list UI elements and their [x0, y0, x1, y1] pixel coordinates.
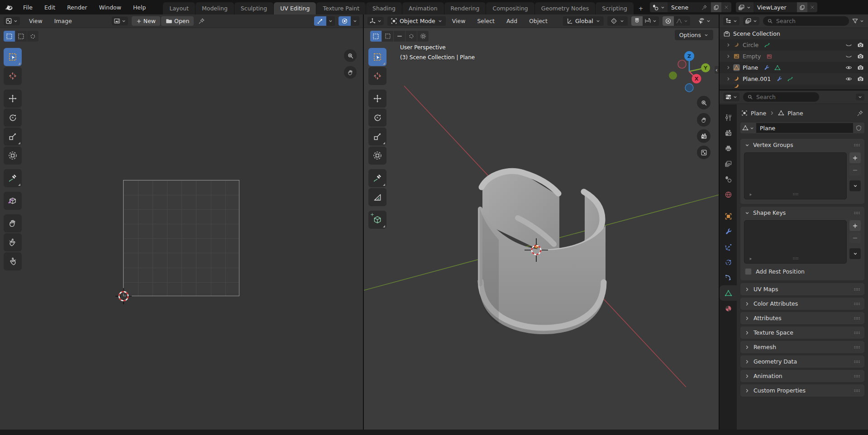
snap-with-dropdown[interactable]	[643, 16, 659, 26]
vertex-groups-panel-header[interactable]: Vertex Groups	[740, 139, 864, 151]
image-browse-button[interactable]	[112, 17, 128, 25]
pin-icon[interactable]	[857, 110, 863, 117]
grip-dots-icon[interactable]	[854, 344, 860, 350]
open-image-button[interactable]: Open	[161, 16, 194, 26]
menu-help[interactable]: Help	[128, 2, 152, 13]
uv-tool-select-box[interactable]	[4, 48, 22, 66]
grip-dots-icon[interactable]	[854, 358, 860, 365]
fake-user-shield-button[interactable]	[853, 123, 864, 133]
tab-animation[interactable]: Animation	[402, 2, 444, 14]
tab-compositing[interactable]: Compositing	[486, 2, 534, 14]
tab-sculpting[interactable]: Sculpting	[234, 2, 273, 14]
tab-render[interactable]	[720, 125, 737, 141]
outliner-row-plane[interactable]: Plane	[720, 62, 868, 73]
properties-search[interactable]	[743, 92, 819, 102]
uv-tool-rip-region[interactable]	[4, 192, 22, 210]
object-type-visibility-dropdown[interactable]	[697, 17, 711, 25]
select-mode-set[interactable]	[370, 31, 382, 42]
tab-layout[interactable]: Layout	[163, 2, 195, 14]
tab-scripting[interactable]: Scripting	[596, 2, 634, 14]
tool-annotate[interactable]	[368, 169, 386, 187]
tab-texture-paint[interactable]: Texture Paint	[316, 2, 366, 14]
hide-toggle-eye-icon[interactable]	[844, 76, 854, 82]
uv-tool-move[interactable]	[4, 90, 22, 108]
uv-menu-view[interactable]: View	[24, 16, 48, 26]
select-mode-intersect[interactable]	[417, 31, 429, 42]
hide-toggle-closed-eye-icon[interactable]	[844, 42, 854, 48]
gizmo-dropdown[interactable]	[326, 16, 335, 26]
select-mode-invert[interactable]	[405, 31, 417, 42]
list-resize-grip-icon[interactable]	[792, 191, 799, 197]
sidebar-collapse-arrow[interactable]: ‹	[715, 66, 719, 74]
panel-attributes[interactable]: Attributes	[740, 312, 864, 324]
tool-transform[interactable]	[368, 147, 386, 165]
options-dropdown[interactable]: Options	[675, 30, 713, 40]
list-filter-triangle-icon[interactable]	[748, 256, 753, 261]
gizmo-axis-neg-x[interactable]	[678, 60, 686, 68]
tab-view-layer[interactable]	[720, 156, 737, 171]
properties-editor-type-button[interactable]	[723, 93, 739, 101]
mesh-browse-button[interactable]	[740, 123, 756, 133]
grip-dots-icon[interactable]	[854, 373, 860, 379]
list-filter-triangle-icon[interactable]	[748, 192, 753, 197]
gizmo-axis-neg-z[interactable]	[685, 84, 693, 92]
render-visibility-camera-icon[interactable]	[855, 76, 865, 82]
tab-output[interactable]	[720, 141, 737, 156]
add-workspace-button[interactable]: +	[634, 2, 648, 14]
overlays-sphere-icon[interactable]	[339, 16, 351, 26]
gizmo-arrow-icon[interactable]	[314, 16, 326, 26]
viewport-pan-hand-button[interactable]	[697, 113, 711, 127]
outliner-search-input[interactable]	[775, 17, 845, 25]
select-mode-subtract[interactable]	[394, 31, 405, 42]
uv-select-mode-subtract[interactable]	[27, 31, 38, 42]
menu-edit[interactable]: Edit	[39, 2, 61, 13]
viewport-menu-object[interactable]: Object	[524, 16, 553, 26]
expand-chevron-icon[interactable]	[725, 76, 731, 81]
grip-dots-icon[interactable]	[854, 286, 860, 293]
uv-pan-hand-button[interactable]	[344, 66, 357, 79]
new-view-layer-button[interactable]	[797, 2, 807, 12]
hide-toggle-eye-icon[interactable]	[844, 64, 854, 71]
tab-object[interactable]	[720, 208, 737, 224]
proportional-editing-toggle[interactable]	[663, 16, 674, 26]
scene-name-field[interactable]: Scene	[668, 2, 711, 12]
tool-scale[interactable]	[368, 128, 386, 146]
add-rest-position-checkbox[interactable]	[745, 268, 752, 275]
snap-toggle-magnet[interactable]	[631, 16, 643, 26]
viewport-menu-view[interactable]: View	[447, 16, 471, 26]
grip-dots-icon[interactable]	[854, 142, 860, 148]
panel-geometry-data[interactable]: Geometry Data	[740, 355, 864, 368]
vertex-group-specials-button[interactable]	[849, 180, 861, 191]
camera-view-button[interactable]	[697, 129, 711, 143]
uv-canvas[interactable]	[0, 28, 363, 430]
new-scene-button[interactable]	[711, 2, 721, 12]
expand-chevron-icon[interactable]	[725, 54, 731, 59]
tab-material[interactable]	[720, 301, 737, 316]
select-mode-extend[interactable]	[382, 31, 393, 42]
grip-dots-icon[interactable]	[854, 329, 860, 336]
uv-editor-type-button[interactable]	[4, 17, 20, 25]
mesh-name-field[interactable]: Plane	[756, 123, 853, 133]
grip-dots-icon[interactable]	[854, 300, 860, 307]
uv-tool-pinch[interactable]	[4, 252, 22, 270]
render-visibility-camera-icon[interactable]	[855, 53, 865, 60]
tab-modifiers[interactable]	[720, 224, 737, 239]
uv-tool-grab[interactable]	[4, 214, 22, 232]
viewport-menu-add[interactable]: Add	[501, 16, 523, 26]
unlink-scene-button[interactable]	[721, 2, 731, 12]
expand-chevron-icon[interactable]	[725, 43, 731, 47]
pin-icon[interactable]	[198, 18, 205, 24]
vertex-groups-list[interactable]	[744, 152, 847, 199]
gizmo-axis-neg-y[interactable]	[669, 71, 677, 80]
tab-world[interactable]	[720, 187, 737, 202]
uv-tool-cursor[interactable]	[4, 67, 22, 85]
menu-render[interactable]: Render	[62, 2, 93, 13]
outliner-row-scene-collection[interactable]: Scene Collection	[720, 28, 868, 39]
tool-cursor[interactable]	[368, 67, 386, 85]
remove-shape-key-button[interactable]	[849, 232, 861, 243]
orthographic-toggle-button[interactable]	[697, 146, 711, 159]
outliner-row-circle[interactable]: Circle	[720, 39, 868, 51]
viewport-editor-type-button[interactable]	[367, 17, 384, 25]
view-layer-browse-button[interactable]	[736, 2, 754, 12]
pivot-point-dropdown[interactable]	[607, 16, 628, 26]
